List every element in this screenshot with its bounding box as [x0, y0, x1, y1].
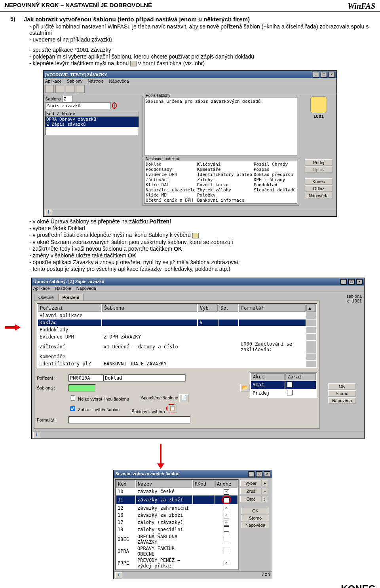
nastaveni-item[interactable]: Evidence DPH: [145, 172, 196, 177]
nastaveni-item[interactable]: Rozpad: [253, 167, 296, 172]
ok-button[interactable]: OK: [241, 508, 269, 514]
otoc-button[interactable]: Otoč: [240, 496, 262, 502]
nastaveni-item[interactable]: Zúčtování: [145, 177, 196, 182]
minimize-button[interactable]: _: [340, 279, 347, 285]
list-item[interactable]: OPRA Opravy závazků: [46, 117, 139, 122]
sablona-name-input[interactable]: [45, 102, 111, 109]
table-row[interactable]: 12závazky zahraniční: [116, 505, 238, 511]
swap-button[interactable]: ↕: [262, 496, 268, 502]
plus-button[interactable]: +: [262, 480, 268, 486]
nastaveni-item[interactable]: Položky: [196, 193, 253, 198]
uprav-button[interactable]: Uprav: [305, 166, 332, 173]
table-row[interactable]: OBECOBECNÁ ŠABLONA ZÁVAZKY: [116, 534, 238, 545]
table-row[interactable]: 10závazky české: [116, 488, 238, 495]
table-row[interactable]: Hlavní aplikace: [38, 312, 316, 319]
menu-aplikace[interactable]: Aplikace: [45, 79, 62, 83]
info-icon[interactable]: i: [45, 210, 52, 216]
menu-nastroje[interactable]: Nástroje: [55, 286, 71, 291]
menu-nastroje[interactable]: Nástroje: [87, 79, 104, 83]
nastaveni-item[interactable]: Účetní deník a DPH: [145, 198, 196, 203]
nastaveni-item[interactable]: Doklad předpisu: [253, 172, 296, 177]
toolbar-button[interactable]: [66, 85, 74, 93]
odloz-button[interactable]: Odlož: [305, 185, 332, 192]
nastaveni-item[interactable]: Poddoklady: [145, 167, 196, 172]
ok-button[interactable]: OK: [328, 383, 356, 389]
konec-button[interactable]: Konec: [305, 178, 332, 185]
checkbox[interactable]: [287, 390, 293, 395]
nastaveni-item[interactable]: Klíčování: [196, 162, 253, 167]
nastaveni-item[interactable]: Klíče DAL: [145, 182, 196, 187]
akce-table[interactable]: Akce Zakaž Smaž Přidej: [250, 372, 317, 398]
sablona-code-input[interactable]: [62, 96, 72, 102]
checkbox[interactable]: [224, 561, 229, 566]
minus-button[interactable]: −: [262, 488, 268, 494]
nastaveni-item[interactable]: Poddoklad: [253, 182, 296, 187]
table-row[interactable]: Zúčtováníx1 Děděná – datumy a čísloU000 …: [38, 341, 316, 353]
checkbox[interactable]: [224, 506, 229, 511]
nastaveni-item[interactable]: Zálohy: [196, 177, 253, 182]
checkbox[interactable]: [224, 489, 229, 495]
porizeni-text-input[interactable]: [103, 374, 186, 382]
menu-aplikace[interactable]: Aplikace: [33, 286, 50, 291]
titlebar[interactable]: Seznam zobrazovaných šablon _ □ ×: [114, 470, 272, 478]
table-row[interactable]: 11závazky za zboží: [116, 495, 238, 504]
close-button[interactable]: ×: [329, 72, 335, 78]
table-row[interactable]: Identifikátory plZBANKOVNÍ ÚDAJE ZÁVAZKY: [38, 361, 316, 367]
nastaveni-item[interactable]: Bankovní informace: [196, 198, 253, 203]
nastaveni-item[interactable]: Rozdíl kurzu: [196, 182, 253, 187]
minimize-button[interactable]: _: [313, 72, 319, 78]
tab-porizeni[interactable]: Pořízení: [58, 294, 84, 301]
checkbox[interactable]: [224, 526, 229, 532]
info-icon[interactable]: i: [33, 432, 40, 438]
napoveda-button[interactable]: Nápověda: [241, 522, 269, 528]
checkbox[interactable]: [224, 536, 229, 541]
spoustene-icon[interactable]: 📄: [179, 394, 189, 402]
nastaveni-item[interactable]: [253, 193, 296, 198]
checkbox[interactable]: [224, 548, 229, 553]
pridej-button[interactable]: Přidej: [305, 159, 332, 166]
nastaveni-grid[interactable]: DokladKlíčováníRozdíl úhradyPoddokladyKo…: [144, 161, 297, 204]
info-icon[interactable]: i: [115, 572, 122, 579]
table-row[interactable]: Evidence DPHZ DPH ZÁVAZKY: [38, 334, 316, 340]
titlebar[interactable]: Úprava šablony: [Z] Zápis závazků _ □ ×: [32, 278, 364, 285]
storno-button[interactable]: Storno: [241, 515, 269, 521]
scroll-up-icon[interactable]: ▲: [306, 304, 316, 312]
sablony-table[interactable]: Kód Název RKód Anone 10závazky české11zá…: [115, 479, 239, 570]
table-row[interactable]: Komentáře: [38, 354, 316, 360]
maximize-button[interactable]: □: [256, 471, 262, 477]
nastaveni-item[interactable]: Naturální ukazatele: [145, 187, 196, 193]
tab-obecne[interactable]: Obecné: [34, 294, 58, 301]
template-list[interactable]: Kód / Název OPRA Opravy závazků Z Zápis …: [45, 111, 139, 135]
storno-button[interactable]: Storno: [328, 390, 356, 397]
close-button[interactable]: ×: [264, 471, 270, 477]
checkbox[interactable]: [287, 382, 293, 387]
porizeni-code-input[interactable]: [68, 374, 103, 382]
nastaveni-item[interactable]: DPH z úhrady: [253, 177, 296, 182]
porizeni-table[interactable]: Pořízení Šablona Výb. Sp. Formulář ▲ Hla…: [37, 303, 317, 368]
checkbox[interactable]: [224, 497, 229, 503]
table-row[interactable]: 19zálohy speciální: [116, 526, 238, 533]
checkbox-zobrazit-vyber[interactable]: [70, 406, 75, 411]
akce-smaz[interactable]: Smaž: [251, 381, 285, 389]
nastaveni-item[interactable]: Klíče MD: [145, 193, 196, 198]
akce-pridej[interactable]: Přidej: [251, 389, 285, 397]
nastaveni-item[interactable]: Rozdíl úhrady: [253, 162, 296, 167]
checkbox[interactable]: [224, 513, 229, 518]
toolbar-button[interactable]: [55, 85, 64, 93]
checkbox[interactable]: [224, 520, 229, 526]
table-row[interactable]: Poddoklady: [38, 327, 316, 333]
table-row[interactable]: PRPEPŘEVODY PENĚZ – výdej příkaz: [116, 558, 238, 569]
open-template-icon[interactable]: [114, 103, 115, 108]
maximize-button[interactable]: □: [348, 279, 355, 285]
napoveda-button[interactable]: Nápověda: [328, 397, 356, 404]
table-row[interactable]: OPRAOPRAVY FAKTUR OBECNÉ: [116, 546, 238, 557]
nastaveni-item[interactable]: [253, 198, 296, 203]
nastaveni-item[interactable]: Doklad: [145, 162, 196, 167]
toolbar-button[interactable]: [45, 85, 54, 93]
nastaveni-item[interactable]: Zbytek zálohy: [196, 187, 253, 193]
menu-napoveda[interactable]: Nápověda: [109, 79, 129, 83]
nastaveni-item[interactable]: Identifikátory plateb: [196, 172, 253, 177]
zrus-button[interactable]: Zruš: [240, 488, 262, 494]
close-button[interactable]: ×: [356, 279, 363, 285]
sablona-input[interactable]: [68, 384, 95, 391]
